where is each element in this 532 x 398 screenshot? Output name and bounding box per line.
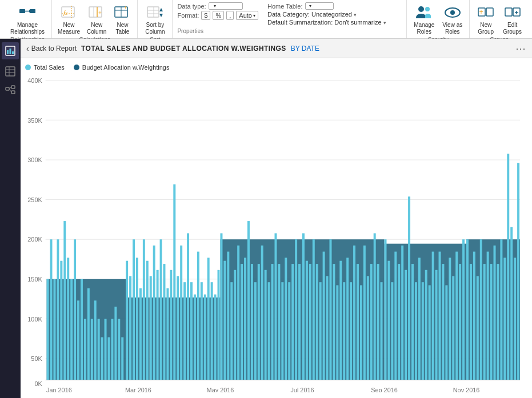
- svg-point-23: [425, 7, 430, 11]
- data-category-label: Data Category: Uncategorized ▾: [267, 11, 386, 18]
- svg-rect-205: [483, 264, 486, 380]
- svg-rect-120: [207, 258, 210, 380]
- new-column-icon: +: [87, 3, 106, 22]
- new-measure-button[interactable]: fx NewMeasure: [55, 2, 82, 37]
- edit-groups-button[interactable]: EditGroups: [501, 2, 524, 37]
- svg-rect-81: [81, 279, 83, 380]
- svg-rect-136: [258, 264, 260, 380]
- auto-dropdown[interactable]: Auto▾: [236, 11, 258, 20]
- svg-marker-21: [159, 14, 163, 17]
- svg-rect-89: [108, 337, 110, 380]
- svg-rect-181: [405, 270, 407, 380]
- new-column-button[interactable]: + NewColumn: [85, 2, 109, 37]
- svg-text:300K: 300K: [27, 156, 42, 163]
- sidebar-item-report-view[interactable]: [2, 42, 19, 59]
- svg-rect-158: [329, 239, 331, 380]
- total-sales-legend-label: Total Sales: [34, 64, 65, 71]
- chart-subtitle[interactable]: BY DATE: [291, 45, 319, 53]
- budget-allocation-legend-dot: [74, 65, 79, 70]
- svg-rect-127: [227, 252, 229, 380]
- new-group-button[interactable]: + NewGroup: [474, 2, 497, 37]
- left-sidebar: [0, 39, 21, 398]
- svg-rect-73: [53, 279, 55, 380]
- svg-rect-110: [173, 184, 175, 380]
- svg-rect-34: [7, 50, 9, 54]
- default-summarization-label: Default Summarization: Don't summarize ▾: [267, 19, 386, 26]
- svg-rect-115: [190, 282, 193, 380]
- svg-rect-140: [271, 264, 274, 380]
- svg-rect-29: [505, 8, 512, 16]
- currency-button[interactable]: $: [201, 11, 210, 20]
- home-table-dropdown[interactable]: ▾: [305, 2, 334, 10]
- total-sales-legend-dot: [25, 65, 31, 70]
- svg-rect-41: [6, 87, 9, 90]
- new-group-label: NewGroup: [478, 22, 494, 35]
- chart-container: Total Sales Budget Allocation w.Weightin…: [21, 58, 532, 398]
- model-view-icon: [5, 85, 15, 95]
- percent-button[interactable]: %: [213, 11, 224, 20]
- svg-rect-144: [285, 258, 287, 380]
- svg-rect-209: [497, 264, 499, 380]
- svg-point-22: [418, 6, 424, 12]
- svg-rect-148: [298, 264, 301, 380]
- svg-rect-131: [241, 264, 243, 380]
- manage-relationships-button[interactable]: ManageRelationships: [7, 2, 48, 37]
- comma-button[interactable]: ,: [226, 11, 234, 20]
- svg-rect-152: [309, 264, 311, 380]
- svg-rect-176: [387, 261, 390, 380]
- svg-rect-129: [234, 270, 236, 380]
- svg-rect-101: [146, 261, 149, 380]
- ribbon-group-security: ManageRoles View asRoles Security: [407, 0, 470, 38]
- svg-rect-138: [265, 270, 267, 380]
- svg-rect-126: [223, 261, 226, 380]
- data-type-dropdown[interactable]: ▾: [209, 2, 243, 10]
- svg-rect-153: [313, 239, 315, 380]
- svg-rect-195: [452, 276, 454, 380]
- manage-roles-button[interactable]: ManageRoles: [411, 2, 437, 37]
- sort-by-column-button[interactable]: Sort byColumn: [141, 2, 169, 37]
- svg-rect-76: [63, 221, 66, 380]
- svg-rect-200: [466, 239, 469, 380]
- back-arrow-icon: ‹: [26, 44, 29, 53]
- svg-rect-79: [74, 239, 76, 380]
- svg-rect-184: [415, 282, 417, 380]
- ribbon-group-groups: + NewGroup EditGroups Groups: [470, 0, 529, 38]
- sidebar-item-table-view[interactable]: [2, 63, 19, 80]
- svg-rect-204: [480, 239, 482, 380]
- svg-rect-106: [160, 239, 162, 380]
- svg-rect-77: [67, 258, 69, 380]
- svg-rect-145: [288, 282, 290, 380]
- format-label: Format:: [177, 12, 199, 19]
- new-table-label: NewTable: [115, 22, 129, 35]
- svg-rect-123: [218, 270, 220, 380]
- manage-roles-icon: [415, 3, 433, 22]
- svg-rect-180: [401, 246, 403, 380]
- svg-text:Nov 2016: Nov 2016: [453, 387, 480, 392]
- svg-rect-91: [114, 307, 117, 380]
- new-table-button[interactable]: + NewTable: [111, 2, 134, 37]
- new-column-label: NewColumn: [87, 22, 106, 35]
- svg-text:Sep 2016: Sep 2016: [371, 387, 398, 392]
- sort-by-column-label: Sort byColumn: [145, 22, 165, 35]
- svg-rect-203: [477, 276, 479, 380]
- bar-chart: 400K 350K 300K 250K 200K 150K 100K 50K 0…: [25, 74, 523, 392]
- svg-rect-210: [500, 239, 502, 380]
- sidebar-item-model-view[interactable]: [2, 81, 19, 98]
- svg-rect-147: [295, 239, 297, 380]
- svg-text:250K: 250K: [27, 196, 42, 203]
- svg-text:0K: 0K: [34, 380, 42, 387]
- view-as-roles-button[interactable]: View asRoles: [440, 2, 465, 37]
- svg-rect-83: [87, 288, 90, 380]
- svg-rect-112: [180, 246, 182, 380]
- ribbon-group-relationships: ManageRelationships Relationships: [3, 0, 52, 38]
- svg-rect-189: [432, 252, 434, 380]
- more-options-button[interactable]: ⋯: [515, 42, 526, 55]
- svg-rect-72: [50, 239, 53, 380]
- new-group-icon: +: [477, 3, 495, 22]
- svg-rect-163: [346, 258, 349, 380]
- back-to-report-button[interactable]: ‹ Back to Report: [26, 44, 77, 53]
- new-table-icon: +: [113, 3, 131, 22]
- svg-rect-143: [281, 282, 283, 380]
- manage-roles-label: ManageRoles: [414, 22, 434, 35]
- view-as-roles-icon: [443, 3, 462, 22]
